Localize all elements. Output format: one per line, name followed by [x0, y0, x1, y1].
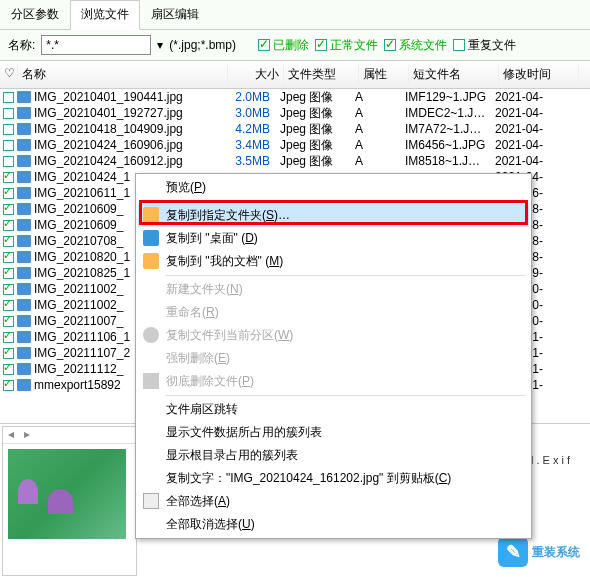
row-checkbox[interactable]	[3, 380, 14, 391]
col-size[interactable]: 大小	[228, 64, 284, 85]
menu-item-label: 新建文件夹(N)	[166, 281, 243, 298]
row-checkbox[interactable]	[3, 332, 14, 343]
file-icon	[17, 283, 31, 295]
menu-item: 强制删除(E)	[138, 347, 529, 370]
file-row[interactable]: IMG_20210424_160906.jpg3.4MBJpeg 图像AIM64…	[0, 137, 590, 153]
file-row[interactable]: IMG_20210401_192727.jpg3.0MBJpeg 图像AIMDE…	[0, 105, 590, 121]
file-type: Jpeg 图像	[280, 89, 355, 106]
file-time: 2021-04-	[495, 138, 575, 152]
label-system: 系统文件	[399, 37, 447, 54]
thumbnail-image	[8, 449, 126, 539]
file-icon	[17, 203, 31, 215]
col-short[interactable]: 短文件名	[409, 64, 499, 85]
file-row[interactable]: IMG_20210418_104909.jpg4.2MBJpeg 图像AIM7A…	[0, 121, 590, 137]
menu-item[interactable]: 复制到指定文件夹(S)…	[138, 204, 529, 227]
row-checkbox[interactable]	[3, 348, 14, 359]
file-attr: A	[355, 90, 405, 104]
thumbnail-panel: ◂ ▸	[2, 426, 137, 576]
filter-toolbar: 名称: ▾ (*.jpg;*.bmp) 已删除 正常文件 系统文件 重复文件	[0, 30, 590, 60]
docs-icon	[143, 253, 159, 269]
file-icon	[17, 155, 31, 167]
filter-input[interactable]	[41, 35, 151, 55]
menu-item-label: 复制到 "桌面" (D)	[166, 230, 258, 247]
row-checkbox[interactable]	[3, 268, 14, 279]
file-short: IMF129~1.JPG	[405, 90, 495, 104]
row-checkbox[interactable]	[3, 284, 14, 295]
row-checkbox[interactable]	[3, 364, 14, 375]
row-checkbox[interactable]	[3, 188, 14, 199]
file-size: 3.0MB	[224, 106, 280, 120]
checkbox-normal[interactable]	[315, 39, 327, 51]
checkbox-deleted[interactable]	[258, 39, 270, 51]
file-icon	[17, 91, 31, 103]
menu-item-label: 文件扇区跳转	[166, 401, 238, 418]
menu-item: 新建文件夹(N)	[138, 278, 529, 301]
row-checkbox[interactable]	[3, 252, 14, 263]
menu-item[interactable]: 显示文件数据所占用的簇列表	[138, 421, 529, 444]
menu-item-label: 全部选择(A)	[166, 493, 230, 510]
file-icon	[17, 171, 31, 183]
file-name: IMG_20210418_104909.jpg	[34, 122, 224, 136]
row-checkbox[interactable]	[3, 140, 14, 151]
file-icon	[17, 251, 31, 263]
checkbox-duplicate[interactable]	[453, 39, 465, 51]
col-type[interactable]: 文件类型	[284, 64, 359, 85]
row-checkbox[interactable]	[3, 236, 14, 247]
menu-item[interactable]: 文件扇区跳转	[138, 398, 529, 421]
folder-icon	[143, 207, 159, 223]
part-icon	[143, 327, 159, 343]
col-check[interactable]: ♡	[0, 64, 18, 85]
row-checkbox[interactable]	[3, 108, 14, 119]
file-size: 3.4MB	[224, 138, 280, 152]
file-name: IMG_20210424_160912.jpg	[34, 154, 224, 168]
col-attr[interactable]: 属性	[359, 64, 409, 85]
row-checkbox[interactable]	[3, 92, 14, 103]
menu-item[interactable]: 复制到 "我的文档" (M)	[138, 250, 529, 273]
file-row[interactable]: IMG_20210401_190441.jpg2.0MBJpeg 图像AIMF1…	[0, 89, 590, 105]
tab-browse-files[interactable]: 浏览文件	[70, 0, 140, 30]
file-icon	[17, 235, 31, 247]
menu-item-label: 彻底删除文件(P)	[166, 373, 254, 390]
menu-item[interactable]: 显示根目录占用的簇列表	[138, 444, 529, 467]
nav-next-icon[interactable]: ▸	[19, 427, 35, 443]
menu-item[interactable]: 全部取消选择(U)	[138, 513, 529, 536]
tab-sector-edit[interactable]: 扇区编辑	[140, 0, 210, 29]
menu-item[interactable]: 复制文字："IMG_20210424_161202.jpg" 到剪贴板(C)	[138, 467, 529, 490]
file-short: IMDEC2~1.J…	[405, 106, 495, 120]
file-short: IM6456~1.JPG	[405, 138, 495, 152]
tab-partition-params[interactable]: 分区参数	[0, 0, 70, 29]
checkbox-system[interactable]	[384, 39, 396, 51]
menu-item: 复制文件到当前分区(W)	[138, 324, 529, 347]
row-checkbox[interactable]	[3, 300, 14, 311]
col-name[interactable]: 名称	[18, 64, 228, 85]
filter-ext-hint: (*.jpg;*.bmp)	[169, 38, 236, 52]
row-checkbox[interactable]	[3, 172, 14, 183]
menu-item[interactable]: 全部选择(A)	[138, 490, 529, 513]
row-checkbox[interactable]	[3, 220, 14, 231]
col-time[interactable]: 修改时间	[499, 64, 579, 85]
file-name: IMG_20210401_192727.jpg	[34, 106, 224, 120]
file-icon	[17, 315, 31, 327]
file-icon	[17, 347, 31, 359]
file-attr: A	[355, 138, 405, 152]
row-checkbox[interactable]	[3, 204, 14, 215]
menu-item[interactable]: 复制到 "桌面" (D)	[138, 227, 529, 250]
menu-item[interactable]: 预览(P)	[138, 176, 529, 199]
menu-item-label: 复制文字："IMG_20210424_161202.jpg" 到剪贴板(C)	[166, 470, 451, 487]
file-type: Jpeg 图像	[280, 105, 355, 122]
file-time: 2021-04-	[495, 90, 575, 104]
menu-item-label: 复制到 "我的文档" (M)	[166, 253, 283, 270]
row-checkbox[interactable]	[3, 124, 14, 135]
watermark-icon: ✎	[498, 537, 528, 567]
file-icon	[17, 219, 31, 231]
dropdown-icon[interactable]: ▾	[157, 38, 163, 52]
row-checkbox[interactable]	[3, 316, 14, 327]
file-time: 2021-04-	[495, 106, 575, 120]
file-size: 2.0MB	[224, 90, 280, 104]
row-checkbox[interactable]	[3, 156, 14, 167]
main-tabs: 分区参数 浏览文件 扇区编辑	[0, 0, 590, 30]
file-row[interactable]: IMG_20210424_160912.jpg3.5MBJpeg 图像AIM85…	[0, 153, 590, 169]
file-name: IMG_20210401_190441.jpg	[34, 90, 224, 104]
label-deleted: 已删除	[273, 37, 309, 54]
nav-prev-icon[interactable]: ◂	[3, 427, 19, 443]
